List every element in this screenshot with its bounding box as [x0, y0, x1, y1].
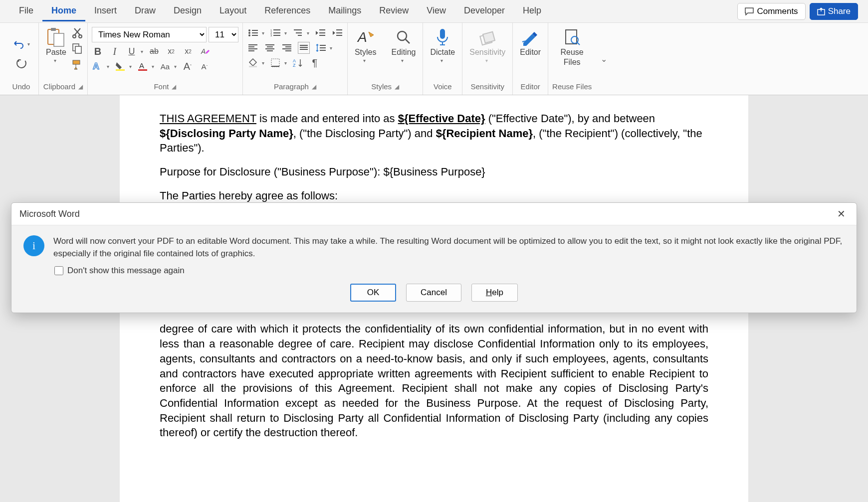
- info-icon: i: [23, 235, 44, 256]
- close-icon[interactable]: ✕: [834, 208, 849, 220]
- dialog-title: Microsoft Word: [19, 209, 80, 219]
- cancel-button[interactable]: Cancel: [406, 284, 461, 302]
- dont-show-checkbox[interactable]: Don't show this message again: [11, 265, 857, 284]
- pdf-convert-dialog: Microsoft Word ✕ i Word will now convert…: [11, 202, 857, 313]
- ok-button[interactable]: OK: [350, 284, 396, 302]
- dont-show-label: Don't show this message again: [67, 266, 185, 276]
- dialog-message: Word will now convert your PDF to an edi…: [53, 235, 845, 260]
- help-button[interactable]: Help: [471, 284, 518, 302]
- dialog-overlay: Microsoft Word ✕ i Word will now convert…: [0, 0, 868, 502]
- dont-show-checkbox-input[interactable]: [54, 266, 63, 275]
